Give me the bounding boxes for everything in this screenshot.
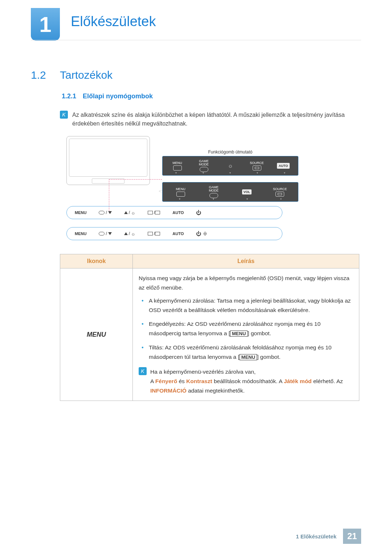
header-rule (31, 40, 361, 40)
menu-icon (173, 165, 182, 171)
bar-auto-label: AUTO (172, 210, 184, 215)
note-icon: K (139, 367, 147, 375)
bar-menu-label: MENU (75, 210, 86, 215)
locked-note: K Ha a képernyőmenü-vezérlés zárolva van… (139, 367, 353, 395)
section-title: Tartozékok (60, 69, 113, 81)
subsection-title: Előlapi nyomógombok (83, 93, 153, 100)
desc-cell: Nyissa meg vagy zárja be a képernyős meg… (133, 268, 359, 401)
osd-panel-1: MENU GAME MODE ☼ SOURCE AUTO ▾▾▾▾▾ (162, 156, 298, 176)
panel1-source-label: SOURCE (250, 161, 264, 165)
footer-chapter: 1 Előkészületek (296, 533, 343, 539)
source-switch-icon: / (148, 231, 160, 236)
subsection-number: 1.2.1 (62, 93, 76, 100)
button-bar-1: MENU / /☼ / AUTO ⏻ (66, 206, 282, 219)
th-desc: Leírás (133, 254, 359, 268)
description-table: Ikonok Leírás MENU Nyissa meg vagy zárja… (60, 254, 359, 401)
note-text: Az alkatrészek színe és alakja különbözh… (72, 111, 359, 128)
icon-cell-menu: MENU (60, 268, 133, 401)
panel2-source-label: SOURCE (273, 188, 287, 191)
button-bars: MENU / /☼ / AUTO ⏻ MENU / /☼ / AUTO ⏻ ⏣ (66, 206, 282, 248)
page-footer: 1 Előkészületek 21 (296, 529, 361, 544)
source-icon (275, 192, 284, 197)
dashed-connector (109, 179, 162, 180)
bar-auto-label: AUTO (172, 231, 184, 236)
chapter-title: Előkészületek (71, 14, 156, 29)
up-bright-icon: /☼ (124, 210, 135, 216)
up-bright-icon: /☼ (124, 231, 135, 237)
game-down-icon: / (99, 231, 111, 236)
vol-badge: VOL (242, 189, 252, 194)
th-icons: Ikonok (60, 254, 133, 268)
bullet-3: Tiltás: Az ODS vezérlőmenü zárolásának f… (140, 343, 353, 362)
osd-panel-2: MENU GAME MODE VOL SOURCE ▾▾▾▾ (162, 182, 298, 202)
menu-icon (176, 192, 185, 197)
power-icon: ⏻ (196, 210, 201, 216)
panel2-game-label: GAME MODE (209, 186, 219, 192)
brightness-icon: ☼ (228, 163, 233, 169)
note-block: K Az alkatrészek színe és alakja különbö… (60, 111, 359, 128)
panel1-game-label: GAME MODE (199, 160, 209, 166)
desc-intro: Nyissa meg vagy zárja be a képernyős meg… (139, 274, 353, 292)
monitor-outline (66, 136, 150, 185)
footer-page-number: 21 (343, 529, 361, 544)
section-number: 1.2 (31, 69, 46, 81)
game-down-icon: / (99, 210, 111, 215)
button-bar-2: MENU / /☼ / AUTO ⏻ ⏣ (66, 227, 282, 240)
bullet-2: Engedélyezés: Az OSD vezérlőmenü zárolás… (140, 319, 353, 338)
panel2-menu-label: MENU (176, 188, 185, 191)
note2-line2: A Fényerő és Kontraszt beállítások módos… (150, 377, 353, 395)
auto-badge: AUTO (277, 163, 290, 169)
note-icon: K (60, 111, 68, 119)
source-switch-icon: / (148, 210, 160, 215)
chapter-tab: 1 (31, 8, 60, 41)
osd-panels: Funkciógomb útmutató MENU GAME MODE ☼ SO… (162, 149, 298, 208)
bar-menu-label: MENU (75, 231, 86, 236)
power-toggle-icon: ⏻ ⏣ (196, 231, 208, 237)
note2-line1: Ha a képernyőmenü-vezérlés zárolva van, (150, 367, 353, 377)
source-icon (253, 165, 261, 171)
bullet-1: A képernyőmenü zárolása: Tartsa meg a je… (140, 296, 353, 315)
panel1-menu-label: MENU (172, 161, 182, 165)
func-guide-label: Funkciógomb útmutató (162, 149, 298, 155)
